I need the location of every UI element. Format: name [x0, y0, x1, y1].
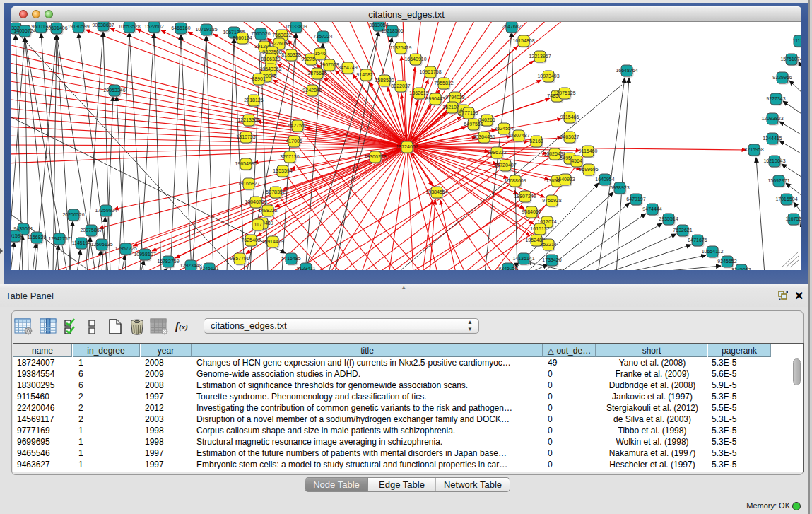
svg-text:10688609: 10688609	[504, 178, 526, 183]
svg-text:9245052: 9245052	[498, 266, 517, 270]
svg-text:9115460: 9115460	[579, 148, 598, 153]
svg-text:3267130: 3267130	[280, 154, 299, 159]
svg-text:2935514: 2935514	[659, 216, 678, 221]
svg-text:1362615: 1362615	[409, 90, 428, 95]
svg-text:12942757: 12942757	[48, 236, 70, 241]
svg-text:117: 117	[254, 222, 261, 227]
svg-text:18807249: 18807249	[514, 194, 536, 199]
svg-text:9146821: 9146821	[356, 72, 375, 77]
svg-text:8186328: 8186328	[261, 57, 280, 62]
svg-text:9463627: 9463627	[560, 134, 579, 139]
svg-text:12923448: 12923448	[180, 263, 201, 268]
svg-text:10973493: 10973493	[537, 74, 559, 78]
svg-text:7955812: 7955812	[434, 81, 453, 86]
svg-text:9756928: 9756928	[542, 198, 561, 203]
svg-text:2718126: 2718126	[244, 98, 263, 103]
svg-text:12213369: 12213369	[237, 117, 259, 122]
svg-text:9857791: 9857791	[230, 256, 249, 261]
svg-text:20206526: 20206526	[62, 212, 84, 217]
svg-text:23226058: 23226058	[268, 41, 290, 46]
svg-text:8215958: 8215958	[744, 147, 763, 152]
svg-text:9474444: 9474444	[642, 206, 661, 211]
svg-text:19300273: 19300273	[364, 154, 386, 159]
svg-text:8186328: 8186328	[281, 52, 300, 57]
svg-text:1244415: 1244415	[763, 136, 782, 141]
svg-text:9329966: 9329966	[772, 75, 792, 80]
svg-text:6497568: 6497568	[464, 122, 483, 127]
svg-text:17016504: 17016504	[775, 197, 797, 201]
svg-text:991594: 991594	[11, 233, 23, 238]
svg-text:16914479: 16914479	[261, 239, 283, 244]
svg-text:3624554: 3624554	[494, 126, 513, 131]
svg-text:19218506: 19218506	[381, 28, 403, 33]
svg-text:16640910: 16640910	[404, 57, 426, 62]
svg-text:15751074: 15751074	[780, 57, 801, 62]
svg-text:16210643: 16210643	[763, 158, 785, 163]
svg-text:18724007: 18724007	[396, 144, 418, 149]
svg-text:9084067: 9084067	[522, 209, 541, 214]
svg-text:116753: 116753	[786, 216, 801, 221]
svg-text:8245012: 8245012	[731, 267, 751, 270]
svg-text:9245652: 9245652	[717, 259, 736, 264]
svg-text:1640954: 1640954	[595, 177, 614, 182]
svg-text:10046766: 10046766	[245, 199, 266, 204]
svg-text:15720407: 15720407	[494, 163, 516, 168]
svg-text:9794028: 9794028	[445, 95, 464, 100]
svg-text:11123: 11123	[793, 38, 801, 43]
svg-text:6466160: 6466160	[171, 25, 190, 30]
svg-text:10654112: 10654112	[702, 249, 724, 254]
svg-text:8813054: 8813054	[369, 23, 388, 28]
svg-text:6479197: 6479197	[626, 197, 645, 201]
svg-text:9245121: 9245121	[199, 266, 218, 270]
svg-text:1145194: 1145194	[72, 240, 91, 245]
svg-text:14055724: 14055724	[13, 28, 35, 33]
svg-text:10653528: 10653528	[118, 24, 140, 29]
svg-text:1640923: 1640923	[555, 177, 575, 182]
svg-text:12093823: 12093823	[761, 116, 783, 121]
svg-text:5878352: 5878352	[266, 189, 285, 194]
svg-text:8660124: 8660124	[233, 35, 252, 40]
svg-text:1546: 1546	[314, 51, 326, 56]
svg-text:1498222: 1498222	[258, 208, 277, 213]
svg-text:5938923: 5938923	[610, 185, 629, 190]
svg-text:10961758: 10961758	[419, 69, 441, 74]
svg-text:9427552: 9427552	[288, 123, 307, 128]
svg-text:11325419: 11325419	[390, 45, 412, 50]
svg-text:16033809: 16033809	[285, 24, 307, 29]
svg-text:8454749: 8454749	[338, 65, 357, 70]
svg-text:2047682: 2047682	[502, 24, 521, 29]
svg-text:1733426: 1733426	[542, 257, 561, 262]
svg-text:10807487: 10807487	[507, 133, 529, 138]
svg-text:17957225: 17957225	[114, 246, 136, 251]
svg-text:17359924: 17359924	[95, 208, 117, 213]
svg-text:19654985: 19654985	[235, 161, 257, 166]
svg-text:7663822: 7663822	[272, 33, 291, 37]
svg-text:7986322: 7986322	[487, 150, 506, 155]
svg-text:1810755: 1810755	[236, 134, 255, 139]
svg-text:1588520: 1588520	[375, 78, 394, 83]
svg-text:1156829: 1156829	[28, 235, 47, 240]
svg-text:15692971: 15692971	[767, 178, 789, 183]
svg-text:7515526: 7515526	[251, 31, 270, 36]
svg-text:98901: 98901	[252, 76, 266, 81]
svg-text:20691406: 20691406	[45, 25, 67, 30]
svg-text:20364436: 20364436	[473, 134, 495, 139]
svg-text:7625402: 7625402	[241, 238, 260, 243]
svg-text:3875685: 3875685	[307, 71, 326, 76]
svg-text:9242848: 9242848	[302, 88, 322, 93]
svg-text:7357224: 7357224	[313, 34, 332, 39]
svg-text:9777169: 9777169	[459, 110, 478, 115]
svg-text:16154808: 16154808	[512, 38, 534, 43]
svg-text:16782759: 16782759	[157, 259, 179, 264]
svg-text:9115466: 9115466	[560, 115, 579, 119]
svg-text:8990443: 8990443	[425, 96, 445, 101]
svg-text:19166827: 19166827	[237, 181, 259, 186]
svg-text:12213967: 12213967	[529, 54, 551, 59]
svg-text:8471676: 8471676	[688, 238, 707, 243]
svg-text:20053346: 20053346	[103, 88, 125, 93]
svg-text:12505135: 12505135	[90, 242, 112, 247]
svg-text:252214: 252214	[540, 242, 556, 247]
svg-text:10958107: 10958107	[134, 252, 155, 257]
svg-text:1527602: 1527602	[144, 24, 163, 29]
svg-text:5716485: 5716485	[281, 256, 300, 261]
